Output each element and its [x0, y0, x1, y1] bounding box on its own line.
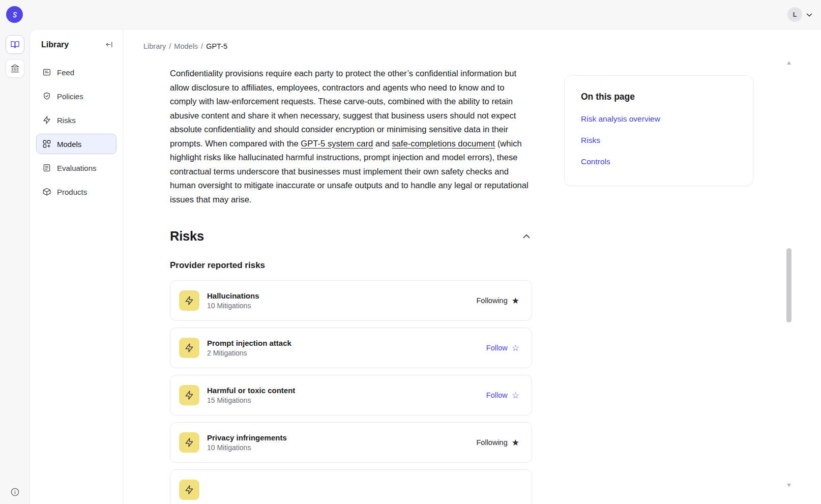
risk-card-partial[interactable] [170, 469, 532, 504]
risk-card-list: Hallucinations 10 Mitigations Following … [170, 280, 532, 504]
bank-icon [10, 64, 20, 73]
sidebar-item-policies[interactable]: Policies [36, 86, 116, 106]
risk-card-harmful-content[interactable]: Harmful or toxic content 15 Mitigations … [170, 375, 532, 416]
info-icon[interactable] [10, 487, 20, 497]
following-button[interactable]: Following ★ [477, 297, 520, 305]
risk-mitigations: 10 Mitigations [207, 443, 287, 452]
risk-mitigations: 10 Mitigations [207, 302, 259, 310]
sidebar-item-feed[interactable]: Feed [36, 62, 116, 82]
star-filled-icon: ★ [512, 297, 519, 305]
book-open-icon [10, 40, 20, 49]
paragraph-text: and [373, 139, 392, 149]
scrollbar-thumb[interactable] [786, 248, 791, 322]
sidebar-nav: Feed Policies [36, 62, 116, 202]
sidebar-item-label: Feed [57, 68, 74, 77]
toc-link-controls[interactable]: Controls [581, 157, 737, 166]
chevron-down-icon[interactable] [805, 10, 814, 19]
bolt-icon [42, 115, 51, 125]
safe-completions-document-link[interactable]: safe-completions document [392, 139, 495, 149]
risk-card-privacy[interactable]: Privacy infringements 10 Mitigations Fol… [170, 422, 532, 463]
risk-mitigations: 15 Mitigations [207, 396, 295, 404]
risk-mitigations: 2 Mitigations [207, 349, 291, 357]
account-menu[interactable]: L [787, 7, 814, 22]
breadcrumb-current: GPT-5 [206, 42, 227, 50]
main-content: Library / Models / GPT-5 Confidentiality… [123, 29, 821, 504]
feed-icon [42, 68, 51, 77]
risk-bolt-icon [179, 432, 199, 453]
sidebar-item-label: Evaluations [57, 164, 97, 172]
collapse-sidebar-icon[interactable] [104, 39, 114, 50]
evaluations-icon [42, 163, 51, 172]
provider-reported-risks-heading: Provider reported risks [170, 260, 532, 271]
rail-library-button[interactable] [6, 35, 24, 54]
app-logo[interactable] [6, 6, 23, 23]
toc-link-risks[interactable]: Risks [581, 136, 737, 145]
follow-button[interactable]: Follow ☆ [486, 344, 519, 352]
star-outline-icon: ☆ [512, 391, 519, 400]
sidebar-item-label: Products [57, 188, 87, 196]
chevron-up-icon[interactable] [521, 231, 532, 242]
risk-card-prompt-injection[interactable]: Prompt injection attack 2 Mitigations Fo… [170, 328, 532, 368]
risk-title: Harmful or toxic content [207, 386, 295, 395]
star-outline-icon: ☆ [512, 344, 519, 352]
on-this-page-card: On this page Risk analysis overview Risk… [564, 75, 753, 186]
paragraph-text: Confidentiality provisions require each … [170, 69, 516, 149]
sidebar-item-products[interactable]: Products [36, 182, 116, 202]
category-icon [42, 139, 51, 149]
risks-section-header: Risks [170, 229, 532, 244]
breadcrumb-separator: / [169, 42, 171, 50]
follow-label: Follow [486, 344, 508, 352]
risk-bolt-icon [179, 480, 199, 500]
breadcrumb: Library / Models / GPT-5 [143, 42, 821, 50]
sidebar-item-evaluations[interactable]: Evaluations [36, 158, 116, 178]
shield-check-icon [42, 92, 51, 101]
follow-label: Following [477, 297, 508, 305]
toc-link-risk-analysis-overview[interactable]: Risk analysis overview [581, 114, 737, 124]
on-this-page-title: On this page [581, 92, 737, 102]
sidebar-title: Library [41, 40, 69, 49]
sidebar-item-label: Models [57, 140, 81, 149]
library-sidebar: Library Fe [30, 29, 123, 504]
risks-section-title: Risks [170, 229, 204, 244]
content-panel: Library Fe [30, 29, 821, 504]
package-icon [42, 187, 51, 196]
risk-bolt-icon [179, 338, 199, 358]
scrollbar-up-arrow[interactable] [787, 61, 791, 65]
follow-button[interactable]: Follow ☆ [486, 391, 519, 400]
sidebar-item-label: Risks [57, 116, 76, 125]
risk-title: Hallucinations [207, 291, 259, 300]
risk-card-hallucinations[interactable]: Hallucinations 10 Mitigations Following … [170, 280, 532, 321]
sidebar-item-risks[interactable]: Risks [36, 110, 116, 130]
wave-logo-icon [10, 10, 20, 20]
avatar[interactable]: L [787, 7, 802, 22]
scrollbar [786, 61, 792, 487]
topbar: L [0, 0, 821, 29]
sidebar-item-label: Policies [57, 92, 83, 101]
risk-title: Prompt injection attack [207, 339, 291, 347]
paragraph-text: (which highlight risks like hallucinated… [170, 139, 529, 204]
breadcrumb-models[interactable]: Models [174, 42, 198, 50]
model-article: Confidentiality provisions require each … [170, 67, 532, 504]
breadcrumb-separator: / [201, 42, 203, 50]
rail-organization-button[interactable] [6, 59, 24, 78]
sidebar-item-models[interactable]: Models [36, 134, 116, 154]
follow-label: Following [477, 438, 508, 447]
following-button[interactable]: Following ★ [477, 438, 520, 447]
risk-bolt-icon [179, 290, 199, 311]
risk-title: Privacy infringements [207, 433, 287, 442]
scrollbar-down-arrow[interactable] [787, 484, 791, 487]
analysis-paragraph: Confidentiality provisions require each … [170, 67, 532, 206]
gpt5-system-card-link[interactable]: GPT-5 system card [301, 139, 373, 149]
risk-bolt-icon [179, 385, 199, 405]
follow-label: Follow [486, 391, 508, 399]
breadcrumb-library[interactable]: Library [143, 42, 166, 50]
star-filled-icon: ★ [512, 438, 519, 447]
icon-rail [0, 29, 30, 504]
